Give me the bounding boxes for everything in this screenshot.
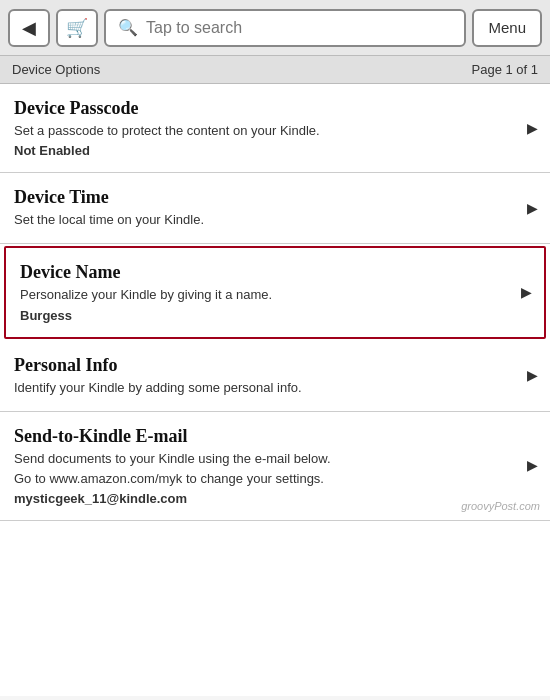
cart-button[interactable]: 🛒 — [56, 9, 98, 47]
setting-item-device-passcode[interactable]: Device Passcode Set a passcode to protec… — [0, 84, 550, 173]
menu-button[interactable]: Menu — [472, 9, 542, 47]
subheader: Device Options Page 1 of 1 — [0, 56, 550, 84]
cart-icon: 🛒 — [66, 17, 88, 39]
topbar: ◀ 🛒 🔍 Tap to search Menu — [0, 0, 550, 56]
arrow-icon-device-name: ▶ — [521, 284, 532, 301]
setting-title-send-to-kindle: Send-to-Kindle E-mail — [14, 426, 517, 447]
arrow-icon-personal-info: ▶ — [527, 367, 538, 384]
back-icon: ◀ — [22, 17, 36, 39]
setting-text-device-name: Device Name Personalize your Kindle by g… — [20, 262, 511, 322]
setting-desc-send-to-kindle: Send documents to your Kindle using the … — [14, 450, 517, 468]
setting-item-device-time[interactable]: Device Time Set the local time on your K… — [0, 173, 550, 244]
content-area: Device Passcode Set a passcode to protec… — [0, 84, 550, 696]
back-button[interactable]: ◀ — [8, 9, 50, 47]
setting-desc-device-passcode: Set a passcode to protect the content on… — [14, 122, 517, 140]
setting-title-device-name: Device Name — [20, 262, 511, 283]
setting-desc2-send-to-kindle: Go to www.amazon.com/myk to change your … — [14, 470, 517, 488]
setting-title-personal-info: Personal Info — [14, 355, 517, 376]
setting-text-device-time: Device Time Set the local time on your K… — [14, 187, 517, 229]
setting-text-device-passcode: Device Passcode Set a passcode to protec… — [14, 98, 517, 158]
setting-item-personal-info[interactable]: Personal Info Identify your Kindle by ad… — [0, 341, 550, 412]
setting-item-device-name[interactable]: Device Name Personalize your Kindle by g… — [4, 246, 546, 338]
watermark: groovyPost.com — [461, 500, 540, 512]
setting-desc-personal-info: Identify your Kindle by adding some pers… — [14, 379, 517, 397]
setting-value-device-name: Burgess — [20, 308, 511, 323]
setting-value-device-passcode: Not Enabled — [14, 143, 517, 158]
arrow-icon-send-to-kindle: ▶ — [527, 457, 538, 474]
search-bar[interactable]: 🔍 Tap to search — [104, 9, 466, 47]
arrow-icon-device-passcode: ▶ — [527, 120, 538, 137]
setting-value-send-to-kindle: mysticgeek_11@kindle.com — [14, 491, 517, 506]
page-info: Page 1 of 1 — [472, 62, 539, 77]
setting-item-send-to-kindle[interactable]: Send-to-Kindle E-mail Send documents to … — [0, 412, 550, 521]
setting-title-device-time: Device Time — [14, 187, 517, 208]
setting-title-device-passcode: Device Passcode — [14, 98, 517, 119]
search-icon: 🔍 — [118, 18, 138, 37]
setting-desc-device-name: Personalize your Kindle by giving it a n… — [20, 286, 511, 304]
arrow-icon-device-time: ▶ — [527, 200, 538, 217]
subheader-title: Device Options — [12, 62, 100, 77]
setting-text-send-to-kindle: Send-to-Kindle E-mail Send documents to … — [14, 426, 517, 506]
search-placeholder: Tap to search — [146, 19, 242, 37]
setting-desc-device-time: Set the local time on your Kindle. — [14, 211, 517, 229]
setting-text-personal-info: Personal Info Identify your Kindle by ad… — [14, 355, 517, 397]
